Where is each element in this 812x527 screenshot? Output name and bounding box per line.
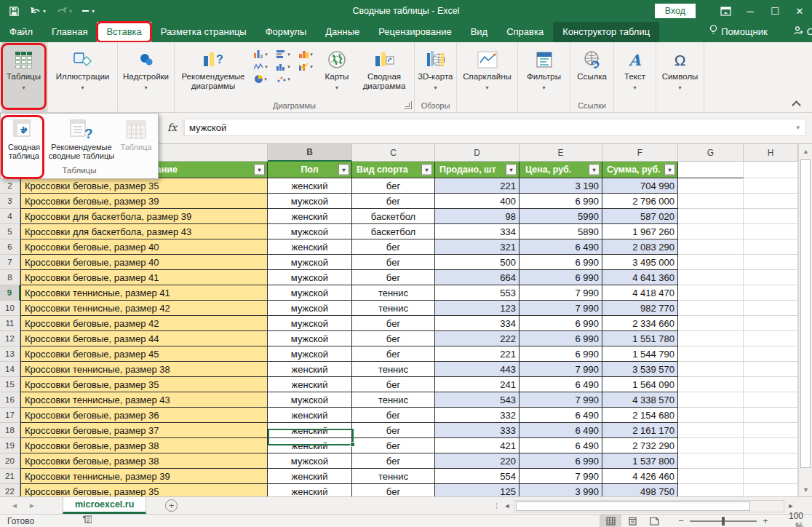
cell-qty[interactable]: 123 xyxy=(435,301,520,316)
cell-name[interactable]: Кроссовки теннисные, размер 43 xyxy=(20,392,268,408)
empty-cell[interactable] xyxy=(744,484,798,496)
cell-sport[interactable]: бег xyxy=(352,178,435,194)
cell-sport[interactable]: бег xyxy=(352,423,435,438)
cell-sport[interactable]: баскетбол xyxy=(352,209,435,224)
cell-price[interactable]: 6 990 xyxy=(520,194,602,209)
formula-input[interactable]: мужской ▾ xyxy=(184,119,806,136)
row-header[interactable]: 7 xyxy=(0,255,20,270)
empty-cell[interactable] xyxy=(744,285,798,301)
cell-name[interactable]: Кроссовки беговые, размер 39 xyxy=(20,194,268,209)
scrollbar-resize-grip-icon[interactable]: ⁞ xyxy=(495,502,496,510)
cell-gender[interactable]: женский xyxy=(268,484,352,496)
cell-sum[interactable]: 2 334 660 xyxy=(602,316,678,331)
cell-sum[interactable]: 3 495 000 xyxy=(602,255,678,270)
accessibility-checker-icon[interactable] xyxy=(82,515,92,526)
filter-button-icon[interactable]: ▾ xyxy=(254,165,265,175)
cell-sport[interactable]: теннис xyxy=(352,362,435,377)
cell-sum[interactable]: 3 539 570 xyxy=(602,362,678,377)
maximize-button[interactable]: ☐ xyxy=(763,0,787,22)
empty-cell[interactable] xyxy=(678,346,744,362)
horizontal-scrollbar[interactable]: ⁞ ◄ ► xyxy=(495,499,797,512)
undo-button[interactable]: ▾ xyxy=(30,7,46,16)
empty-cell[interactable] xyxy=(744,209,798,224)
column-header-c[interactable]: C xyxy=(352,144,435,162)
cell-sum[interactable]: 1 537 800 xyxy=(602,453,678,469)
row-header[interactable]: 14 xyxy=(0,362,20,377)
ribbon-display-options-button[interactable] xyxy=(713,0,738,22)
vertical-scrollbar-thumb[interactable] xyxy=(800,159,811,468)
cell-sport[interactable]: бег xyxy=(352,316,435,331)
customize-qat-button[interactable]: ▾ xyxy=(82,8,95,15)
row-header[interactable]: 20 xyxy=(0,453,20,469)
cell-name[interactable]: Кроссовки беговые, размер 38 xyxy=(20,438,268,453)
tab-file[interactable]: Файл xyxy=(0,22,42,42)
cell-name[interactable]: Кроссовки теннисные, размер 38 xyxy=(20,362,268,377)
empty-cell[interactable] xyxy=(678,377,744,392)
cell-qty[interactable]: 98 xyxy=(435,209,520,224)
cell-name[interactable]: Кроссовки беговые, размер 40 xyxy=(20,239,268,255)
cell-sport[interactable]: бег xyxy=(352,270,435,285)
scroll-left-icon[interactable]: ◄ xyxy=(501,500,514,512)
menu-item-recommended-pivots[interactable]: ? Рекомендуемые сводные таблицы xyxy=(46,116,117,160)
empty-cell[interactable] xyxy=(678,484,744,496)
empty-cell[interactable] xyxy=(744,346,798,362)
empty-cell[interactable] xyxy=(678,270,744,285)
cell-sum[interactable]: 2 732 290 xyxy=(602,438,678,453)
cell-qty[interactable]: 125 xyxy=(435,484,520,496)
save-icon[interactable] xyxy=(9,6,20,17)
cell-name[interactable]: Кроссовки беговые, размер 44 xyxy=(20,331,268,346)
empty-cell[interactable] xyxy=(678,301,744,316)
cell-qty[interactable]: 221 xyxy=(435,178,520,194)
cell-qty[interactable]: 332 xyxy=(435,408,520,423)
cell-qty[interactable]: 664 xyxy=(435,270,520,285)
row-header[interactable]: 11 xyxy=(0,316,20,331)
cell-gender[interactable]: мужской xyxy=(268,194,352,209)
empty-cell[interactable] xyxy=(678,194,744,209)
column-header-g[interactable]: G xyxy=(678,144,744,162)
cell-price[interactable]: 7 990 xyxy=(520,469,602,484)
cell-gender[interactable]: мужской xyxy=(268,285,352,301)
cell-name[interactable]: Кроссовки беговые, размер 35 xyxy=(20,377,268,392)
cell-qty[interactable]: 221 xyxy=(435,346,520,362)
column-header-e[interactable]: E xyxy=(520,144,602,162)
cell-qty[interactable]: 400 xyxy=(435,194,520,209)
cell-gender[interactable]: мужской xyxy=(268,331,352,346)
cell-sport[interactable]: теннис xyxy=(352,285,435,301)
zoom-level-label[interactable]: 100 % xyxy=(779,511,812,527)
empty-cell[interactable] xyxy=(678,331,744,346)
empty-cell[interactable] xyxy=(744,178,798,194)
empty-cell[interactable] xyxy=(744,438,798,453)
cell-sport[interactable]: бег xyxy=(352,408,435,423)
cell-gender[interactable]: мужской xyxy=(268,301,352,316)
empty-cell[interactable] xyxy=(678,423,744,438)
cell-sum[interactable]: 498 750 xyxy=(602,484,678,496)
cell-gender[interactable]: женский xyxy=(268,362,352,377)
close-button[interactable]: ✕ xyxy=(787,0,812,22)
page-break-preview-button[interactable] xyxy=(643,515,665,527)
empty-cell[interactable] xyxy=(678,469,744,484)
cell-qty[interactable]: 241 xyxy=(435,377,520,392)
combo-chart-button[interactable]: ▾ xyxy=(295,60,317,73)
cell-sum[interactable]: 2 083 290 xyxy=(602,239,678,255)
scatter-chart-button[interactable]: ▾ xyxy=(272,73,295,85)
cell-sport[interactable]: бег xyxy=(352,331,435,346)
cell-price[interactable]: 7 990 xyxy=(520,362,602,377)
header-cell-sum[interactable]: Сумма, руб.▾ xyxy=(602,162,678,178)
cell-name[interactable]: Кроссовки для баскетбола, размер 39 xyxy=(20,209,268,224)
horizontal-scrollbar-thumb[interactable] xyxy=(516,502,750,511)
cell-gender[interactable]: женский xyxy=(268,408,352,423)
tab-review[interactable]: Рецензирование xyxy=(369,22,461,42)
cell-name[interactable]: Кроссовки беговые, размер 45 xyxy=(20,346,268,362)
cell-sum[interactable]: 982 770 xyxy=(602,301,678,316)
cell-price[interactable]: 6 990 xyxy=(520,270,602,285)
empty-cell[interactable] xyxy=(744,331,798,346)
cell-gender[interactable]: женский xyxy=(268,377,352,392)
cell-qty[interactable]: 554 xyxy=(435,469,520,484)
cell-name[interactable]: Кроссовки беговые, размер 37 xyxy=(20,423,268,438)
cell-gender[interactable]: мужской xyxy=(268,316,352,331)
tab-data[interactable]: Данные xyxy=(316,22,369,42)
row-header[interactable]: 6 xyxy=(0,239,20,255)
collapse-ribbon-icon[interactable] xyxy=(792,100,802,108)
vertical-scrollbar[interactable]: ▲ ▼ xyxy=(798,144,812,496)
empty-cell[interactable] xyxy=(744,162,798,178)
